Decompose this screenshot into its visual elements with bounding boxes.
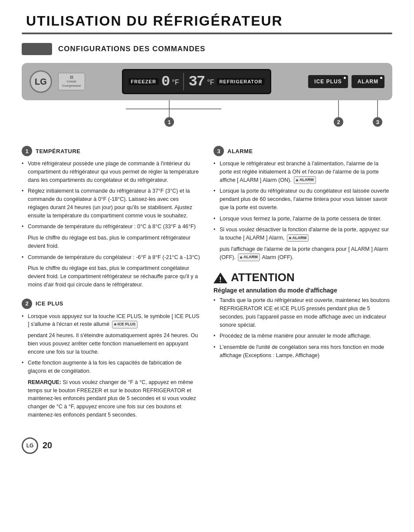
attention-bullet-2: Procédez de la même manière pour annuler… — [214, 332, 392, 340]
section1-indent1: Plus le chiffre du réglage est bas, plus… — [22, 234, 200, 250]
col-right: 3 ALARME Lorsque le réfrigérateur est br… — [214, 146, 392, 429]
section2-remarque: REMARQUE: Si vous voulez changer de °F à… — [22, 378, 200, 419]
section3-bullet-1: Lorsque le réfrigérateur est branché à l… — [214, 160, 392, 184]
temp2-value: 37 — [188, 73, 204, 90]
lg-logo: LG — [30, 70, 52, 93]
section3-bullet-2: Lorsque la porte du réfrigérateur ou du … — [214, 187, 392, 211]
section3-title-text: ALARME — [227, 148, 253, 154]
ice-plus-inline-badge: ICE PLUS — [112, 321, 138, 328]
section3-title-row: 3 ALARME — [214, 146, 392, 156]
freezer-label: FREEZER — [128, 78, 159, 85]
temp-separator — [183, 73, 184, 90]
section1-bullets: Votre réfrigérateur possède une plage de… — [22, 160, 200, 231]
page-title: UTILISATION DU RÉFRIGÉRATEUR — [22, 13, 392, 29]
ice-plus-button[interactable]: ICE PLUS — [308, 75, 348, 88]
section2-indent1: pendant 24 heures. Il s'éteindre automat… — [22, 332, 200, 356]
alarm-button[interactable]: ALARM — [352, 75, 384, 88]
temp1-value: 0 — [161, 73, 169, 90]
panel-left: LG ⊡ Linear Compressor — [30, 70, 85, 93]
alarm-inline-badge-2: ALARM — [287, 234, 309, 242]
attention-bullets: Tandis que la porte du réfrigérateur est… — [214, 296, 392, 359]
section1-bullet-3: Commande de température du réfrigérateur… — [22, 223, 200, 231]
section-alarme: 3 ALARME Lorsque le réfrigérateur est br… — [214, 146, 392, 261]
section1-title-row: 1 TEMPÉRATURE — [22, 146, 200, 156]
svg-text:1: 1 — [168, 119, 171, 125]
section-header: CONFIGURATIONS DES COMMANDES — [22, 43, 392, 55]
title-divider — [22, 33, 392, 34]
alarm-inline-badge-3: ALARM — [238, 253, 260, 261]
footer-logo: LG — [22, 437, 38, 454]
page-number: 20 — [43, 440, 52, 450]
linear-text2: Compressor — [62, 84, 81, 88]
section3-bullet-4: Si vous voulez désactiver la fonction d'… — [214, 226, 392, 242]
alarm-inline-badge-1: ALARM — [294, 176, 316, 184]
section1-bullet-1: Votre réfrigérateur possède une plage de… — [22, 160, 200, 184]
section1-bullets2: Commande de température du congélateur :… — [22, 253, 200, 262]
section3-bullets: Lorsque le réfrigérateur est branché à l… — [214, 160, 392, 242]
section1-indent2: Plus le chiffre du réglage est bas, plus… — [22, 264, 200, 289]
content-columns: 1 TEMPÉRATURE Votre réfrigérateur possèd… — [22, 146, 392, 429]
svg-text:!: ! — [219, 276, 221, 283]
section1-bullet2-1: Commande de température du congélateur :… — [22, 253, 200, 262]
col-left: 1 TEMPÉRATURE Votre réfrigérateur possèd… — [22, 146, 200, 429]
display-panel-wrapper: LG ⊡ Linear Compressor FREEZER 0 °F 37 °… — [22, 63, 392, 124]
temp-display: FREEZER 0 °F 37 °F REFRIGERATOR — [122, 69, 272, 94]
attention-bullet-3: L'ensemble de l'unité de congélation ser… — [214, 343, 392, 360]
attention-subtitle: Réglage et annulation du mode d'affichag… — [214, 287, 392, 294]
section3-indent1: puis l'affichage de l'alarme de la porte… — [214, 245, 392, 262]
section2-number: 2 — [22, 299, 32, 309]
section2-title-row: 2 ICE PLUS — [22, 299, 200, 309]
attention-block: ! ATTENTION Réglage et annulation du mod… — [214, 271, 392, 359]
attention-bullet-1: Tandis que la porte du réfrigérateur est… — [214, 296, 392, 329]
page-footer: LG 20 — [22, 437, 392, 454]
attention-title-row: ! ATTENTION — [214, 271, 392, 284]
linear-text1: Linear — [67, 79, 76, 84]
section2-bullet-1: Lorsque vous appuyez sur la touche ICE P… — [22, 312, 200, 329]
linear-compressor-badge: ⊡ Linear Compressor — [58, 73, 85, 90]
attention-triangle-icon: ! — [214, 272, 227, 284]
linear-compressor-icon: ⊡ — [70, 75, 73, 79]
temp1-unit: °F — [172, 79, 179, 86]
section2-bullet2-1: Cette fonction augmente à la fois les ca… — [22, 359, 200, 375]
section-header-title: CONFIGURATIONS DES COMMANDES — [58, 45, 205, 53]
svg-text:2: 2 — [337, 119, 340, 125]
section3-number: 3 — [214, 146, 224, 156]
section1-number: 1 — [22, 146, 32, 156]
display-panel: LG ⊡ Linear Compressor FREEZER 0 °F 37 °… — [22, 63, 392, 100]
temp2-unit: °F — [207, 79, 214, 86]
section2-title-text: ICE PLUS — [36, 300, 63, 307]
panel-right: ICE PLUS ALARM — [308, 75, 384, 88]
section1-bullet-2: Réglez initialement la commande du réfri… — [22, 187, 200, 220]
remarque-label: REMARQUE: — [28, 379, 61, 385]
attention-title-text: ATTENTION — [231, 271, 295, 284]
section-ice-plus: 2 ICE PLUS Lorsque vous appuyez sur la t… — [22, 299, 200, 419]
callout-lines-svg: 1 2 3 — [22, 100, 392, 124]
svg-text:3: 3 — [376, 119, 379, 125]
refrigerator-label: REFRIGERATOR — [217, 78, 265, 85]
section2-bullets2: Cette fonction augmente à la fois les ca… — [22, 359, 200, 375]
section-temperature: 1 TEMPÉRATURE Votre réfrigérateur possèd… — [22, 146, 200, 289]
section2-bullets: Lorsque vous appuyez sur la touche ICE P… — [22, 312, 200, 329]
section-header-bar — [22, 43, 52, 55]
lg-circle-icon: LG — [30, 70, 52, 93]
section3-bullet-3: Lorsque vous fermez la porte, l'alarme d… — [214, 215, 392, 223]
section1-title-text: TEMPÉRATURE — [36, 148, 80, 154]
